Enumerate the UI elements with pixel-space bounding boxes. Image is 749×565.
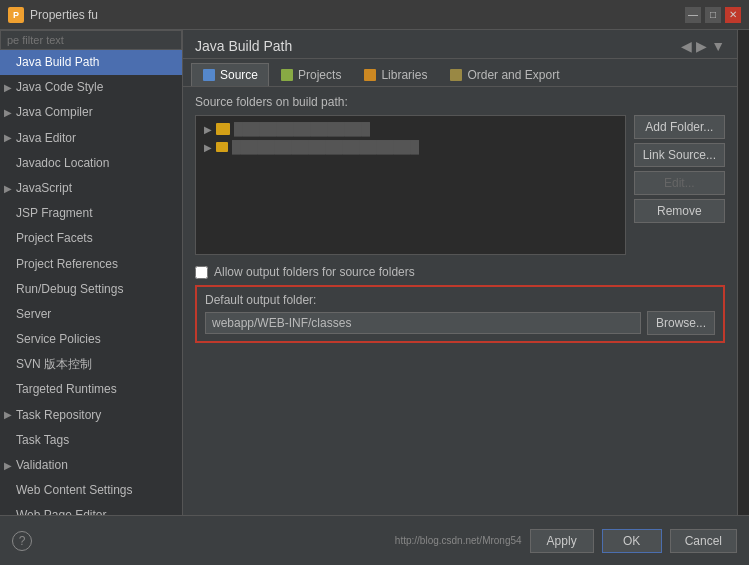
tab-libraries[interactable]: Libraries <box>352 63 438 86</box>
sidebar-item-java-compiler[interactable]: ▶Java Compiler <box>0 100 182 125</box>
output-row: Browse... <box>205 311 715 335</box>
tab-label: Projects <box>298 68 341 82</box>
source-section-label: Source folders on build path: <box>195 95 725 109</box>
sidebar-item-label: Server <box>16 305 51 324</box>
cancel-button[interactable]: Cancel <box>670 529 737 553</box>
tree-item: ▶ ████████████████ <box>200 120 621 138</box>
sidebar-item-java-code-style[interactable]: ▶Java Code Style <box>0 75 182 100</box>
output-folder-input[interactable] <box>205 312 641 334</box>
tab-projects[interactable]: Projects <box>269 63 352 86</box>
sidebar-item-jsp-fragment[interactable]: JSP Fragment <box>0 201 182 226</box>
sidebar-arrow-icon: ▶ <box>4 130 12 146</box>
sidebar-arrow-icon: ▶ <box>4 181 12 197</box>
svg-rect-2 <box>364 69 376 81</box>
sidebar-item-server[interactable]: Server <box>0 302 182 327</box>
svg-rect-0 <box>203 69 215 81</box>
remove-button[interactable]: Remove <box>634 199 725 223</box>
bottom-bar: ? http://blog.csdn.net/Mrong54 Apply OK … <box>0 515 749 565</box>
tab-source[interactable]: Source <box>191 63 269 86</box>
tab-label: Libraries <box>381 68 427 82</box>
sidebar-item-label: Service Policies <box>16 330 101 349</box>
checkbox-row: Allow output folders for source folders <box>195 265 725 279</box>
sidebar-item-project-references[interactable]: Project References <box>0 252 182 277</box>
sidebar-item-targeted-runtimes[interactable]: Targeted Runtimes <box>0 377 182 402</box>
sidebar-item-javadoc-location[interactable]: Javadoc Location <box>0 151 182 176</box>
sidebar-item-label: Project Facets <box>16 229 93 248</box>
main-container: Java Build Path▶Java Code Style▶Java Com… <box>0 30 749 515</box>
sidebar-arrow-icon: ▶ <box>4 407 12 423</box>
close-button[interactable]: ✕ <box>725 7 741 23</box>
tree-arrow: ▶ <box>204 124 212 135</box>
tabs-bar: SourceProjectsLibrariesOrder and Export <box>183 59 737 87</box>
menu-button[interactable]: ▼ <box>711 38 725 54</box>
ok-button[interactable]: OK <box>602 529 662 553</box>
svg-rect-1 <box>281 69 293 81</box>
output-section: Default output folder: Browse... <box>195 285 725 343</box>
sidebar-item-web-page-editor[interactable]: Web Page Editor <box>0 503 182 515</box>
content-area: Java Build Path ◀ ▶ ▼ SourceProjectsLibr… <box>183 30 737 515</box>
title-bar: P Properties fu — □ ✕ <box>0 0 749 30</box>
sidebar-item-label: Java Code Style <box>16 78 103 97</box>
source-content: Source folders on build path: ▶ ████████… <box>183 87 737 515</box>
sidebar-item-web-content-settings[interactable]: Web Content Settings <box>0 478 182 503</box>
apply-button[interactable]: Apply <box>530 529 594 553</box>
filter-input[interactable] <box>0 30 182 50</box>
sidebar-item-label: Task Repository <box>16 406 101 425</box>
forward-button[interactable]: ▶ <box>696 38 707 54</box>
sidebar-item-label: Run/Debug Settings <box>16 280 123 299</box>
sidebar-item-label: Java Compiler <box>16 103 93 122</box>
sidebar-item-java-editor[interactable]: ▶Java Editor <box>0 126 182 151</box>
watermark-text: http://blog.csdn.net/Mrong54 <box>395 535 522 546</box>
tab-icon-order and export <box>449 68 463 82</box>
tree-item-label2: ██████████████████████ <box>232 140 419 154</box>
window-title: Properties fu <box>30 8 685 22</box>
add-folder-button[interactable]: Add Folder... <box>634 115 725 139</box>
tab-order-and-export[interactable]: Order and Export <box>438 63 570 86</box>
sidebar-item-label: Task Tags <box>16 431 69 450</box>
sidebar-item-rundebug-settings[interactable]: Run/Debug Settings <box>0 277 182 302</box>
sidebar: Java Build Path▶Java Code Style▶Java Com… <box>0 30 183 515</box>
maximize-button[interactable]: □ <box>705 7 721 23</box>
help-button[interactable]: ? <box>12 531 32 551</box>
source-buttons-col: Add Folder... Link Source... Edit... Rem… <box>634 115 725 259</box>
sidebar-item-label: Java Build Path <box>16 53 99 72</box>
tree-item-label: ████████████████ <box>234 122 370 136</box>
back-button[interactable]: ◀ <box>681 38 692 54</box>
tab-icon-source <box>202 68 216 82</box>
window-controls: — □ ✕ <box>685 7 741 23</box>
sidebar-item-task-repository[interactable]: ▶Task Repository <box>0 403 182 428</box>
sidebar-item-javascript[interactable]: ▶JavaScript <box>0 176 182 201</box>
sidebar-item-java-build-path[interactable]: Java Build Path <box>0 50 182 75</box>
sidebar-item-label: JavaScript <box>16 179 72 198</box>
minimize-button[interactable]: — <box>685 7 701 23</box>
bottom-right: http://blog.csdn.net/Mrong54 Apply OK Ca… <box>395 529 737 553</box>
tab-label: Source <box>220 68 258 82</box>
sidebar-item-validation[interactable]: ▶Validation <box>0 453 182 478</box>
edit-button[interactable]: Edit... <box>634 171 725 195</box>
sidebar-item-project-facets[interactable]: Project Facets <box>0 226 182 251</box>
content-header: Java Build Path ◀ ▶ ▼ <box>183 30 737 59</box>
source-tree-col: ▶ ████████████████ ▶ ███████████████████… <box>195 115 626 259</box>
sidebar-item-service-policies[interactable]: Service Policies <box>0 327 182 352</box>
link-source-button[interactable]: Link Source... <box>634 143 725 167</box>
output-folders-label: Allow output folders for source folders <box>214 265 415 279</box>
header-nav: ◀ ▶ ▼ <box>681 38 725 54</box>
browse-button[interactable]: Browse... <box>647 311 715 335</box>
sidebar-item-task-tags[interactable]: Task Tags <box>0 428 182 453</box>
sidebar-item-label: JSP Fragment <box>16 204 92 223</box>
sidebar-item-label: Javadoc Location <box>16 154 109 173</box>
sidebar-item-label: Targeted Runtimes <box>16 380 117 399</box>
tab-icon-projects <box>280 68 294 82</box>
sidebar-item-label: Project References <box>16 255 118 274</box>
sidebar-arrow-icon: ▶ <box>4 80 12 96</box>
tree-arrow: ▶ <box>204 142 212 153</box>
output-folders-checkbox[interactable] <box>195 266 208 279</box>
content-title: Java Build Path <box>195 38 292 54</box>
folder-tree[interactable]: ▶ ████████████████ ▶ ███████████████████… <box>195 115 626 255</box>
tab-icon-libraries <box>363 68 377 82</box>
sidebar-item-svn-[interactable]: SVN 版本控制 <box>0 352 182 377</box>
tab-label: Order and Export <box>467 68 559 82</box>
folder-icon <box>216 123 230 135</box>
tree-item: ▶ ██████████████████████ <box>200 138 621 156</box>
app-icon: P <box>8 7 24 23</box>
